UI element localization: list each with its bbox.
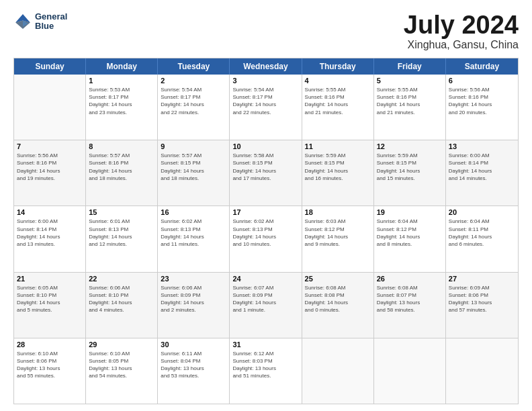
day-number: 6 xyxy=(449,77,515,85)
day-info: Sunrise: 6:11 AM Sunset: 8:04 PM Dayligh… xyxy=(161,350,226,380)
calendar-cell xyxy=(14,75,86,140)
day-number: 7 xyxy=(17,142,83,150)
day-info: Sunrise: 5:58 AM Sunset: 8:15 PM Dayligh… xyxy=(232,152,298,182)
calendar-cell: 22Sunrise: 6:06 AM Sunset: 8:10 PM Dayli… xyxy=(86,273,158,338)
day-info: Sunrise: 6:02 AM Sunset: 8:13 PM Dayligh… xyxy=(161,218,226,248)
calendar-cell: 1Sunrise: 5:53 AM Sunset: 8:17 PM Daylig… xyxy=(86,75,158,140)
day-info: Sunrise: 5:55 AM Sunset: 8:16 PM Dayligh… xyxy=(305,86,371,116)
calendar-cell: 29Sunrise: 6:10 AM Sunset: 8:05 PM Dayli… xyxy=(86,338,158,404)
day-info: Sunrise: 6:05 AM Sunset: 8:10 PM Dayligh… xyxy=(17,284,83,314)
calendar-header: SundayMondayTuesdayWednesdayThursdayFrid… xyxy=(14,58,518,75)
day-number: 5 xyxy=(377,77,443,85)
day-number: 2 xyxy=(161,77,226,85)
day-number: 21 xyxy=(17,275,83,283)
weekday-header: Sunday xyxy=(14,58,86,75)
day-number: 29 xyxy=(89,340,154,349)
day-info: Sunrise: 6:08 AM Sunset: 8:07 PM Dayligh… xyxy=(377,284,443,314)
calendar-cell: 15Sunrise: 6:01 AM Sunset: 8:13 PM Dayli… xyxy=(86,206,158,271)
weekday-header: Tuesday xyxy=(158,58,230,75)
day-number: 15 xyxy=(89,208,154,216)
calendar-cell: 31Sunrise: 6:12 AM Sunset: 8:03 PM Dayli… xyxy=(230,338,302,404)
day-number: 19 xyxy=(377,208,443,216)
calendar-cell: 28Sunrise: 6:10 AM Sunset: 8:06 PM Dayli… xyxy=(14,338,86,404)
day-number: 3 xyxy=(232,77,298,85)
calendar-cell: 17Sunrise: 6:02 AM Sunset: 8:13 PM Dayli… xyxy=(230,206,302,271)
day-number: 26 xyxy=(377,275,443,283)
day-info: Sunrise: 5:57 AM Sunset: 8:15 PM Dayligh… xyxy=(161,152,226,182)
calendar-cell: 20Sunrise: 6:04 AM Sunset: 8:11 PM Dayli… xyxy=(446,206,518,271)
calendar-cell: 13Sunrise: 6:00 AM Sunset: 8:14 PM Dayli… xyxy=(446,140,518,205)
header: General Blue July 2024 Xinghua, Gansu, C… xyxy=(13,12,519,51)
calendar-cell: 24Sunrise: 6:07 AM Sunset: 8:09 PM Dayli… xyxy=(230,273,302,338)
calendar-cell: 4Sunrise: 5:55 AM Sunset: 8:16 PM Daylig… xyxy=(302,75,374,140)
weekday-header: Monday xyxy=(86,58,158,75)
day-number: 1 xyxy=(89,77,154,85)
logo-text: General Blue xyxy=(35,12,67,32)
title-block: July 2024 Xinghua, Gansu, China xyxy=(404,12,519,51)
day-info: Sunrise: 5:55 AM Sunset: 8:16 PM Dayligh… xyxy=(377,86,443,116)
day-number: 14 xyxy=(17,208,83,216)
calendar-body: 1Sunrise: 5:53 AM Sunset: 8:17 PM Daylig… xyxy=(14,75,518,404)
day-number: 13 xyxy=(449,142,515,150)
day-info: Sunrise: 6:07 AM Sunset: 8:09 PM Dayligh… xyxy=(232,284,298,314)
day-number: 24 xyxy=(232,275,298,283)
calendar-cell: 25Sunrise: 6:08 AM Sunset: 8:08 PM Dayli… xyxy=(302,273,374,338)
logo: General Blue xyxy=(13,12,67,32)
calendar-row: 21Sunrise: 6:05 AM Sunset: 8:10 PM Dayli… xyxy=(14,273,518,338)
day-number: 25 xyxy=(305,275,371,283)
day-info: Sunrise: 6:09 AM Sunset: 8:06 PM Dayligh… xyxy=(449,284,515,314)
day-number: 23 xyxy=(161,275,226,283)
day-info: Sunrise: 6:02 AM Sunset: 8:13 PM Dayligh… xyxy=(232,218,298,248)
day-info: Sunrise: 5:57 AM Sunset: 8:16 PM Dayligh… xyxy=(89,152,154,182)
calendar-cell: 8Sunrise: 5:57 AM Sunset: 8:16 PM Daylig… xyxy=(86,140,158,205)
day-info: Sunrise: 5:54 AM Sunset: 8:17 PM Dayligh… xyxy=(161,86,226,116)
calendar-cell: 10Sunrise: 5:58 AM Sunset: 8:15 PM Dayli… xyxy=(230,140,302,205)
day-info: Sunrise: 5:56 AM Sunset: 8:16 PM Dayligh… xyxy=(449,86,515,116)
page: General Blue July 2024 Xinghua, Gansu, C… xyxy=(0,0,532,411)
calendar-cell: 6Sunrise: 5:56 AM Sunset: 8:16 PM Daylig… xyxy=(446,75,518,140)
calendar-row: 14Sunrise: 6:00 AM Sunset: 8:14 PM Dayli… xyxy=(14,206,518,272)
calendar-cell xyxy=(374,338,446,404)
calendar-cell: 27Sunrise: 6:09 AM Sunset: 8:06 PM Dayli… xyxy=(446,273,518,338)
calendar-title: July 2024 xyxy=(404,12,519,38)
day-info: Sunrise: 6:06 AM Sunset: 8:09 PM Dayligh… xyxy=(161,284,226,314)
calendar-cell: 5Sunrise: 5:55 AM Sunset: 8:16 PM Daylig… xyxy=(374,75,446,140)
day-number: 18 xyxy=(305,208,371,216)
calendar-cell: 23Sunrise: 6:06 AM Sunset: 8:09 PM Dayli… xyxy=(158,273,230,338)
calendar-cell: 26Sunrise: 6:08 AM Sunset: 8:07 PM Dayli… xyxy=(374,273,446,338)
calendar-cell: 21Sunrise: 6:05 AM Sunset: 8:10 PM Dayli… xyxy=(14,273,86,338)
day-number: 11 xyxy=(305,142,371,150)
day-info: Sunrise: 6:12 AM Sunset: 8:03 PM Dayligh… xyxy=(232,350,298,380)
day-info: Sunrise: 6:04 AM Sunset: 8:11 PM Dayligh… xyxy=(449,218,515,248)
calendar-cell xyxy=(446,338,518,404)
calendar-cell: 18Sunrise: 6:03 AM Sunset: 8:12 PM Dayli… xyxy=(302,206,374,271)
calendar-cell: 16Sunrise: 6:02 AM Sunset: 8:13 PM Dayli… xyxy=(158,206,230,271)
day-info: Sunrise: 6:01 AM Sunset: 8:13 PM Dayligh… xyxy=(89,218,154,248)
day-info: Sunrise: 6:00 AM Sunset: 8:14 PM Dayligh… xyxy=(17,218,83,248)
logo-line2: Blue xyxy=(35,21,67,31)
weekday-header: Thursday xyxy=(302,58,374,75)
calendar-row: 7Sunrise: 5:56 AM Sunset: 8:16 PM Daylig… xyxy=(14,140,518,206)
calendar-cell: 11Sunrise: 5:59 AM Sunset: 8:15 PM Dayli… xyxy=(302,140,374,205)
calendar-row: 28Sunrise: 6:10 AM Sunset: 8:06 PM Dayli… xyxy=(14,338,518,404)
logo-icon xyxy=(13,12,32,31)
day-info: Sunrise: 5:56 AM Sunset: 8:16 PM Dayligh… xyxy=(17,152,83,182)
day-info: Sunrise: 6:08 AM Sunset: 8:08 PM Dayligh… xyxy=(305,284,371,314)
day-number: 4 xyxy=(305,77,371,85)
day-info: Sunrise: 5:53 AM Sunset: 8:17 PM Dayligh… xyxy=(89,86,154,116)
day-number: 20 xyxy=(449,208,515,216)
day-number: 27 xyxy=(449,275,515,283)
logo-line1: General xyxy=(35,12,67,21)
calendar-cell: 14Sunrise: 6:00 AM Sunset: 8:14 PM Dayli… xyxy=(14,206,86,271)
calendar-cell: 7Sunrise: 5:56 AM Sunset: 8:16 PM Daylig… xyxy=(14,140,86,205)
weekday-header: Wednesday xyxy=(230,58,302,75)
calendar-subtitle: Xinghua, Gansu, China xyxy=(404,39,519,51)
day-number: 10 xyxy=(232,142,298,150)
day-info: Sunrise: 6:06 AM Sunset: 8:10 PM Dayligh… xyxy=(89,284,154,314)
calendar-cell: 3Sunrise: 5:54 AM Sunset: 8:17 PM Daylig… xyxy=(230,75,302,140)
day-info: Sunrise: 5:59 AM Sunset: 8:15 PM Dayligh… xyxy=(377,152,443,182)
calendar-cell: 9Sunrise: 5:57 AM Sunset: 8:15 PM Daylig… xyxy=(158,140,230,205)
weekday-header: Saturday xyxy=(446,58,518,75)
calendar-cell xyxy=(302,338,374,404)
day-number: 9 xyxy=(161,142,226,150)
